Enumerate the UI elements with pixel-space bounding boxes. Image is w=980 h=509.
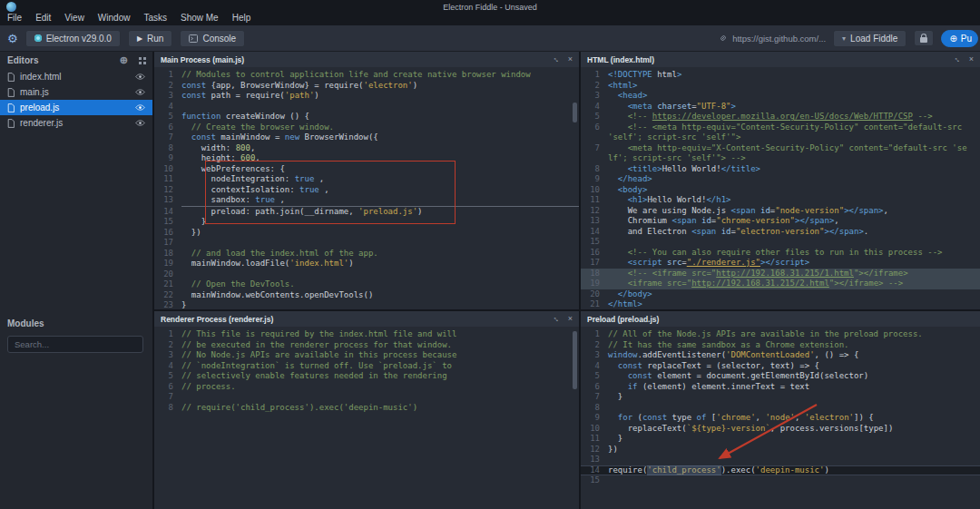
code-editor-preload-js[interactable]: 1// All of the Node.js APIs are availabl… — [581, 327, 980, 509]
menu-tasks[interactable]: Tasks — [143, 13, 167, 23]
code-line[interactable]: 8 width: 800, — [154, 143, 579, 154]
console-button[interactable]: Console — [180, 30, 245, 47]
code-line[interactable]: 4 — [154, 102, 579, 113]
code-line[interactable]: 6 <!-- <meta http-equiv="Content-Securit… — [581, 122, 980, 143]
code-line[interactable]: 7 const mainWindow = new BrowserWindow({ — [154, 132, 579, 143]
electron-version-selector[interactable]: Electron v29.0.0 — [25, 30, 121, 47]
toggle-visibility-eye-icon[interactable] — [135, 89, 145, 95]
code-line[interactable]: 9 for (const type of ['chrome', 'node', … — [581, 413, 980, 424]
code-line[interactable]: 14 preload: path.join(__dirname, 'preloa… — [154, 207, 579, 218]
code-line[interactable]: 12}) — [581, 445, 980, 455]
sidebar-item-preload-js[interactable]: preload.js — [0, 100, 152, 115]
code-editor-renderer-js[interactable]: 1// This file is required by the index.h… — [154, 327, 579, 509]
code-line[interactable]: 20 </body> — [581, 289, 980, 300]
code-line[interactable]: 5// selectively enable features needed i… — [154, 371, 579, 382]
code-line[interactable]: 5function createWindow () { — [154, 112, 579, 122]
code-line[interactable]: 21</html> — [581, 299, 980, 309]
code-line[interactable]: 7 — [154, 392, 579, 403]
toggle-visibility-eye-icon[interactable] — [135, 104, 145, 111]
code-line[interactable]: 16 <!-- You can also require other files… — [581, 248, 980, 259]
code-line[interactable]: 15 — [581, 475, 980, 486]
pane-header[interactable]: Renderer Process (renderer.js) ↔ × — [154, 311, 579, 327]
code-line[interactable]: 23} — [154, 300, 579, 309]
code-line[interactable]: 1// Modules to control application life … — [154, 70, 579, 81]
code-line[interactable]: 5 <!-- https://developer.mozilla.org/en-… — [581, 112, 980, 122]
code-line[interactable]: 6 // Create the browser window. — [154, 122, 579, 133]
maximize-pane-icon[interactable]: ↔ — [954, 55, 962, 64]
code-line[interactable]: 8// require('child_process').exec('deepi… — [154, 403, 579, 414]
code-line[interactable]: 10 webPreferences: { — [154, 164, 579, 175]
code-line[interactable]: 7 } — [581, 392, 980, 403]
code-line[interactable]: 15 } — [154, 217, 579, 228]
menu-file[interactable]: File — [7, 13, 22, 23]
code-line[interactable]: 13 Chromium <span id="chrome-version"></… — [581, 216, 980, 227]
code-line[interactable]: 17 — [154, 238, 579, 249]
code-line[interactable]: 18 <!-- <iframe src="http://192.168.31.2… — [581, 269, 980, 279]
close-pane-icon[interactable]: × — [969, 55, 974, 64]
code-line[interactable]: 10 replaceText(`${type}-version`, proces… — [581, 424, 980, 435]
code-line[interactable]: 2// be executed in the renderer process … — [154, 340, 579, 351]
code-line[interactable]: 12 We are using Node.js <span id="node-v… — [581, 206, 980, 217]
close-pane-icon[interactable]: × — [568, 55, 573, 64]
code-line[interactable]: 7 <meta http-equiv="X-Content-Security-P… — [581, 143, 980, 164]
code-line[interactable]: 14 and Electron <span id="electron-versi… — [581, 227, 980, 238]
sidebar-item-index-html[interactable]: index.html — [0, 69, 152, 84]
settings-gear-icon[interactable]: ⚙ — [7, 33, 18, 44]
code-line[interactable]: 2<html> — [581, 81, 980, 92]
code-line[interactable]: 2const {app, BrowserWindow} = require('e… — [154, 81, 579, 92]
toggle-visibility-eye-icon[interactable] — [135, 120, 145, 126]
code-line[interactable]: 11 <h1>Hello World!</h1> — [581, 195, 980, 206]
code-line[interactable]: 13 — [581, 455, 980, 465]
code-line[interactable]: 4// `nodeIntegration` is turned off. Use… — [154, 361, 579, 372]
code-line[interactable]: 16 }) — [154, 228, 579, 239]
code-editor-main-js[interactable]: 1// Modules to control application life … — [154, 67, 579, 309]
code-line[interactable]: 4 const replaceText = (selector, text) =… — [581, 361, 980, 372]
code-line[interactable]: 1<!DOCTYPE html> — [581, 70, 980, 81]
layout-grid-icon[interactable] — [139, 57, 142, 60]
code-line[interactable]: 17 <script src="./renderer.js"></script> — [581, 258, 980, 269]
pane-header[interactable]: Preload (preload.js) — [581, 311, 980, 327]
code-line[interactable]: 8 — [581, 403, 980, 414]
code-line[interactable]: 14require('child_process').exec('deepin-… — [581, 465, 980, 476]
code-line[interactable]: 21 // Open the DevTools. — [154, 279, 579, 290]
menu-help[interactable]: Help — [232, 13, 251, 23]
code-line[interactable]: 8 <title>Hello World!</title> — [581, 164, 980, 175]
code-line[interactable]: 3 <head> — [581, 91, 980, 102]
publish-button[interactable]: ⊕ Pu — [941, 30, 978, 47]
code-line[interactable]: 18 // and load the index.html of the app… — [154, 249, 579, 259]
pane-header[interactable]: Main Process (main.js) ↔ × — [154, 52, 579, 67]
pane-header[interactable]: HTML (index.html) ↔ × — [581, 52, 980, 67]
sidebar-item-renderer-js[interactable]: renderer.js — [0, 115, 152, 131]
code-line[interactable]: 11 } — [581, 434, 980, 445]
code-line[interactable]: 5 const element = document.getElementByI… — [581, 371, 980, 382]
gist-url[interactable]: https://gist.github.com/... — [719, 34, 826, 44]
menu-show-me[interactable]: Show Me — [181, 13, 219, 23]
code-line[interactable]: 4 <meta charset="UTF-8"> — [581, 102, 980, 113]
module-search-input[interactable] — [7, 336, 143, 353]
code-line[interactable]: 13 sandbox: true , — [154, 195, 579, 207]
sidebar-item-main-js[interactable]: main.js — [0, 84, 152, 100]
run-button[interactable]: ▶ Run — [128, 30, 173, 47]
privacy-lock-button[interactable] — [914, 30, 934, 46]
load-fiddle-button[interactable]: ▾ Load Fiddle — [833, 30, 906, 47]
code-line[interactable]: 6 if (element) element.innerText = text — [581, 382, 980, 393]
maximize-pane-icon[interactable]: ↔ — [553, 315, 561, 323]
code-line[interactable]: 15 — [581, 237, 980, 248]
code-line[interactable]: 19 <iframe src="http://192.168.31.215/2.… — [581, 279, 980, 289]
code-line[interactable]: 6// process. — [154, 382, 579, 393]
code-line[interactable]: 3window.addEventListener('DOMContentLoad… — [581, 350, 980, 361]
code-line[interactable]: 10 <body> — [581, 185, 980, 196]
maximize-pane-icon[interactable]: ↔ — [553, 55, 561, 64]
code-line[interactable]: 11 nodeIntegration: true , — [154, 174, 579, 185]
code-line[interactable]: 20 — [154, 269, 579, 280]
code-line[interactable]: 19 mainWindow.loadFile('index.html') — [154, 259, 579, 269]
code-line[interactable]: 2// It has the same sandbox as a Chrome … — [581, 340, 980, 351]
code-line[interactable]: 3// No Node.js APIs are available in thi… — [154, 350, 579, 361]
menu-view[interactable]: View — [64, 13, 84, 23]
close-pane-icon[interactable]: × — [568, 315, 573, 323]
code-line[interactable]: 12 contextIsolation: true , — [154, 185, 579, 196]
add-editor-icon[interactable]: ⊕ — [120, 55, 128, 65]
code-line[interactable]: 9 </head> — [581, 174, 980, 185]
code-editor-index-html[interactable]: 1<!DOCTYPE html>2<html>3 <head>4 <meta c… — [581, 67, 980, 309]
code-line[interactable]: 1// All of the Node.js APIs are availabl… — [581, 329, 980, 340]
